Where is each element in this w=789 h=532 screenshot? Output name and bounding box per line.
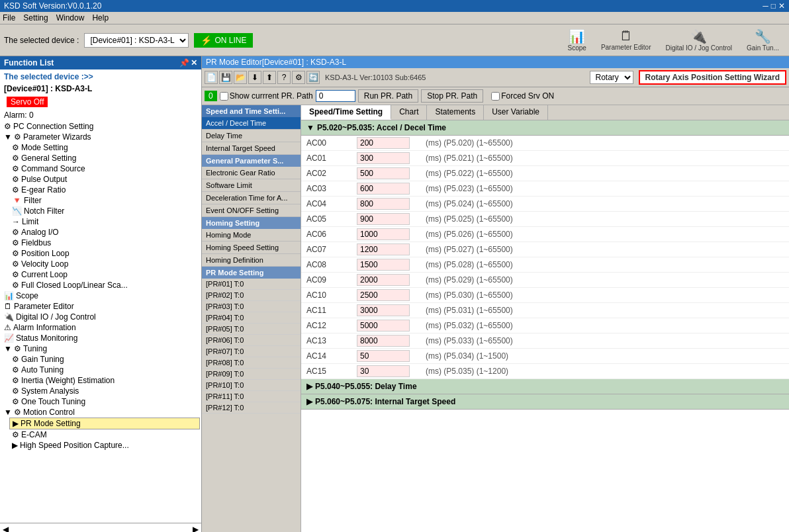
sidebar-item-notch-filter[interactable]: 📉 Notch Filter: [9, 206, 200, 216]
device-select[interactable]: [Device#01] : KSD-A3-L: [84, 33, 189, 48]
value-input[interactable]: [357, 350, 410, 362]
sidebar-item-digital-io[interactable]: 🔌 Digital IO / Jog Control: [1, 312, 200, 322]
row-value[interactable]: [354, 349, 420, 363]
digital-io-icon-group[interactable]: 🔌 Digital IO / Jog Control: [659, 26, 738, 54]
sidebar-scroll-bar[interactable]: ◀ ▶: [0, 523, 201, 532]
run-path-button[interactable]: Run PR. Path: [358, 89, 418, 103]
row-value[interactable]: [354, 364, 420, 378]
sidebar-item-filter[interactable]: 🔻 Filter: [9, 195, 200, 206]
minimize-btn[interactable]: ─: [763, 1, 768, 11]
pr-item-08[interactable]: [PR#08] T:0: [202, 357, 301, 369]
value-input[interactable]: [357, 198, 410, 210]
section-item-e-gear[interactable]: Electronic Gear Ratio: [202, 167, 301, 179]
row-value[interactable]: [354, 333, 420, 348]
sidebar-item-fieldbus[interactable]: ⚙ Fieldbus: [9, 238, 200, 248]
section-item-homing-mode[interactable]: Homing Mode: [202, 229, 301, 242]
pr-item-07[interactable]: [PR#07] T:0: [202, 346, 301, 357]
sidebar-item-alarm-info[interactable]: ⚠ Alarm Information: [1, 322, 200, 333]
row-value[interactable]: [354, 273, 420, 287]
path-input[interactable]: [316, 90, 355, 102]
row-value[interactable]: [354, 303, 420, 318]
sidebar-item-parameter[interactable]: 🗒 Parameter Editor: [1, 301, 200, 312]
row-value[interactable]: [354, 197, 420, 211]
sidebar-item-status-monitor[interactable]: 📈 Status Monitoring: [1, 333, 200, 343]
value-input[interactable]: [357, 320, 410, 332]
pr-item-05[interactable]: [PR#05] T:0: [202, 324, 301, 335]
rotary-select[interactable]: Rotary: [590, 71, 633, 84]
value-input[interactable]: [357, 213, 410, 225]
section-item-homing-speed[interactable]: Homing Speed Setting: [202, 242, 301, 254]
row-value[interactable]: [354, 318, 420, 333]
sidebar-item-inertia[interactable]: ⚙ Inertia (Weight) Estimation: [9, 375, 200, 386]
stop-path-button[interactable]: Stop PR. Path: [421, 89, 483, 103]
pr-help-icon[interactable]: ?: [277, 71, 291, 84]
online-button[interactable]: ⚡ ON LINE: [194, 33, 253, 48]
pr-open-icon[interactable]: 📂: [234, 71, 247, 84]
row-value[interactable]: [354, 136, 420, 150]
sidebar-item-high-speed[interactable]: ▶ High Speed Position Capture...: [9, 440, 200, 451]
close-btn[interactable]: ✕: [778, 1, 785, 11]
scope-icon-group[interactable]: 📊 Scope: [562, 26, 592, 54]
sidebar-item-full-closed[interactable]: ⚙ Full Closed Loop/Linear Sca...: [9, 280, 200, 290]
pr-item-01[interactable]: [PR#01] T:0: [202, 279, 301, 290]
section-item-delay[interactable]: Delay Time: [202, 130, 301, 142]
pr-item-06[interactable]: [PR#06] T:0: [202, 335, 301, 346]
sidebar-item-pc-connection[interactable]: ⚙ PC Connection Setting: [1, 121, 200, 132]
section-item-decel-time[interactable]: Deceleration Time for A...: [202, 192, 301, 204]
gain-tune-icon-group[interactable]: 🔧 Gain Tun...: [741, 26, 785, 54]
value-input[interactable]: [357, 152, 410, 164]
internal-speed-group-header[interactable]: ▶ P5.060~P5.075: Internal Target Speed: [301, 394, 789, 410]
tab-statements[interactable]: Statements: [427, 105, 484, 120]
row-value[interactable]: [354, 227, 420, 242]
sidebar-item-auto-tuning[interactable]: ⚙ Auto Tuning: [9, 365, 200, 375]
value-input[interactable]: [357, 228, 410, 240]
pr-item-04[interactable]: [PR#04] T:0: [202, 312, 301, 324]
sidebar-item-general-setting[interactable]: ⚙ General Setting: [9, 153, 200, 163]
pr-item-12[interactable]: [PR#12] T:0: [202, 402, 301, 414]
tab-chart[interactable]: Chart: [391, 105, 427, 120]
scroll-right-icon[interactable]: ▶: [193, 525, 199, 532]
row-value[interactable]: [354, 212, 420, 226]
sidebar-item-gain-tuning[interactable]: ⚙ Gain Tuning: [9, 354, 200, 365]
pr-item-02[interactable]: [PR#02] T:0: [202, 290, 301, 301]
sidebar-item-ecam[interactable]: ⚙ E-CAM: [9, 429, 200, 440]
sidebar-item-e-gear[interactable]: ⚙ E-gear Ratio: [9, 185, 200, 195]
sidebar-close-icon[interactable]: ✕: [191, 58, 197, 67]
section-item-event-onoff[interactable]: Event ON/OFF Setting: [202, 204, 301, 217]
pr-item-11[interactable]: [PR#11] T:0: [202, 391, 301, 402]
rotary-wizard-button[interactable]: Rotary Axis Position Setting Wizard: [639, 70, 786, 85]
pr-item-09[interactable]: [PR#09] T:0: [202, 369, 301, 380]
pr-save-icon[interactable]: 💾: [219, 71, 232, 84]
section-item-internal-speed[interactable]: Internal Target Speed: [202, 142, 301, 155]
sidebar-item-command-source[interactable]: ⚙ Command Source: [9, 163, 200, 174]
section-item-homing-def[interactable]: Homing Definition: [202, 254, 301, 267]
maximize-btn[interactable]: □: [771, 1, 776, 11]
sidebar-item-pr-mode[interactable]: ▶ PR Mode Setting: [9, 418, 200, 429]
row-value[interactable]: [354, 181, 420, 196]
delay-group-header[interactable]: ▶ P5.040~P5.055: Delay Time: [301, 379, 789, 394]
value-input[interactable]: [357, 365, 410, 377]
value-input[interactable]: [357, 274, 410, 286]
row-value[interactable]: [354, 242, 420, 257]
sidebar-item-scope[interactable]: 📊 Scope: [1, 290, 200, 301]
pr-upload-icon[interactable]: ⬆: [263, 71, 276, 84]
menu-setting[interactable]: Setting: [23, 13, 48, 22]
forced-srv-checkbox[interactable]: [491, 92, 500, 101]
menu-window[interactable]: Window: [56, 13, 85, 22]
sidebar-item-motion-control[interactable]: ▼ ⚙ Motion Control: [1, 407, 200, 418]
row-value[interactable]: [354, 288, 420, 302]
show-path-checkbox[interactable]: [220, 92, 228, 101]
sidebar-item-pulse-output[interactable]: ⚙ Pulse Output: [9, 174, 200, 185]
value-input[interactable]: [357, 259, 410, 271]
pr-settings-icon[interactable]: ⚙: [292, 71, 305, 84]
menu-help[interactable]: Help: [92, 13, 109, 22]
sidebar-item-tuning[interactable]: ▼ ⚙ Tuning: [1, 343, 200, 354]
tab-user-variable[interactable]: User Variable: [484, 105, 548, 120]
row-value[interactable]: [354, 151, 420, 165]
sidebar-item-position-loop[interactable]: ⚙ Position Loop: [9, 248, 200, 259]
menu-file[interactable]: File: [3, 13, 15, 22]
sidebar-item-one-touch[interactable]: ⚙ One Touch Tuning: [9, 396, 200, 407]
sidebar-pin-icon[interactable]: 📌: [179, 58, 189, 67]
value-input[interactable]: [357, 335, 410, 347]
pr-new-icon[interactable]: 📄: [205, 71, 218, 84]
